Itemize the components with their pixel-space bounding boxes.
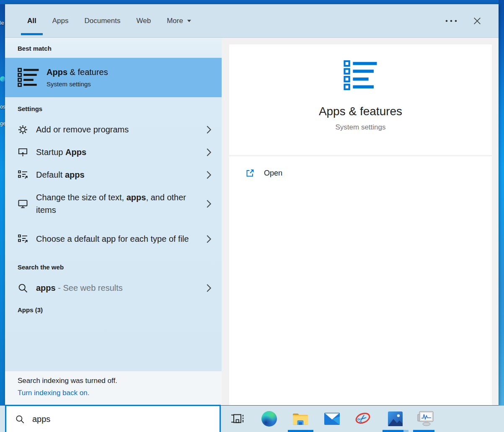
taskbar-task-view-icon[interactable] [230, 410, 246, 427]
tab-apps[interactable]: Apps [44, 4, 77, 37]
result-label: Choose a default app for each type of fi… [36, 233, 206, 245]
settings-heading: Settings [5, 97, 222, 118]
tab-documents[interactable]: Documents [76, 4, 128, 37]
desktop-wallpaper-right [499, 0, 504, 406]
indexing-status-text: Search indexing was turned off. [18, 377, 222, 385]
taskbar-search-box[interactable] [5, 405, 221, 432]
web-search-item[interactable]: apps - See web results [5, 277, 222, 299]
search-input[interactable] [32, 414, 208, 424]
running-indicator-photos-secondary [403, 430, 408, 432]
default-apps-icon [18, 170, 28, 180]
tab-more[interactable]: More [159, 4, 199, 37]
screen: leosge AllAppsDocumentsWebMore Best matc… [0, 0, 504, 432]
preview-card: Apps & features System settings Open [229, 44, 492, 405]
indexing-status: Search indexing was turned off. Turn ind… [5, 371, 222, 405]
turn-indexing-on-link[interactable]: Turn indexing back on. [18, 389, 222, 397]
chevron-right-icon [206, 199, 212, 208]
search-the-web-heading: Search the web [5, 256, 222, 277]
result-label: Change the size of text, apps, and other… [36, 191, 206, 216]
startup-icon [18, 147, 28, 158]
search-icon [18, 283, 28, 293]
taskbar-performance-monitor-icon[interactable] [417, 410, 434, 427]
result-label: Startup Apps [36, 146, 206, 158]
settings-result-row[interactable]: Startup Apps [5, 141, 222, 163]
active-tab-indicator [21, 33, 43, 35]
tab-label: Documents [84, 17, 120, 25]
display-icon [18, 199, 28, 209]
result-label: Add or remove programs [36, 123, 206, 136]
best-match-item[interactable]: Apps & features System settings [5, 58, 222, 97]
desktop-wallpaper-top [0, 0, 504, 4]
open-label: Open [264, 169, 282, 178]
result-label: Default apps [36, 168, 206, 181]
taskbar-file-explorer-icon[interactable] [292, 410, 309, 427]
close-icon[interactable] [473, 16, 482, 26]
settings-result-row[interactable]: Add or remove programs [5, 118, 222, 141]
tab-bar-actions [445, 4, 499, 37]
running-indicator-performance-monitor [413, 430, 434, 432]
tab-web[interactable]: Web [128, 4, 159, 37]
best-match-subtitle: System settings [47, 80, 108, 88]
desktop-icon-label-fragment: le [0, 20, 5, 26]
gear-icon [18, 124, 28, 135]
apps-group-heading: Apps (3) [5, 299, 222, 319]
caret-down-icon [187, 19, 191, 23]
default-apps-icon [18, 234, 28, 244]
taskbar-edge-icon[interactable] [261, 410, 277, 427]
snipping-tool-logo: ✂ [354, 410, 371, 427]
preview-panel: Apps & features System settings Open [222, 38, 499, 405]
search-icon [15, 414, 25, 424]
desktop-icon-label-fragment: ge [0, 121, 5, 127]
chevron-right-icon [206, 148, 212, 157]
desktop-icon-label-fragment: os [0, 104, 5, 110]
chevron-right-icon [206, 125, 212, 134]
settings-result-row[interactable]: Choose a default app for each type of fi… [5, 221, 222, 256]
apps-features-icon-large [344, 57, 378, 94]
open-external-icon [245, 168, 255, 178]
preview-title: Apps & features [229, 105, 492, 118]
running-indicator-photos [383, 430, 403, 432]
tab-label: More [167, 17, 183, 25]
settings-result-row[interactable]: Change the size of text, apps, and other… [5, 186, 222, 221]
web-search-label: apps - See web results [36, 282, 206, 294]
tab-label: All [27, 17, 36, 25]
taskbar-snipping-tool-icon[interactable]: ✂ [354, 410, 371, 427]
more-options-icon[interactable] [445, 19, 457, 23]
tab-label: Web [136, 17, 151, 25]
chevron-right-icon [206, 284, 212, 292]
best-match-text: Apps & features System settings [47, 67, 108, 88]
tab-label: Apps [52, 17, 69, 25]
open-action[interactable]: Open [229, 156, 492, 178]
chevron-right-icon [206, 171, 212, 179]
search-flyout-window: AllAppsDocumentsWebMore Best match Apps … [5, 4, 499, 406]
preview-subtitle: System settings [229, 123, 492, 132]
apps-features-icon [18, 68, 39, 87]
search-tab-bar: AllAppsDocumentsWebMore [5, 4, 499, 38]
desktop-wallpaper-left [0, 0, 5, 406]
chevron-right-icon [206, 235, 212, 243]
running-indicator-file-explorer [288, 430, 313, 432]
settings-result-row[interactable]: Default apps [5, 163, 222, 186]
best-match-title: Apps & features [47, 67, 108, 77]
best-match-heading: Best match [5, 38, 222, 58]
taskbar-mail-icon[interactable] [323, 410, 340, 427]
results-panel: Best match Apps & features System settin… [5, 38, 222, 405]
tab-all[interactable]: All [19, 4, 44, 37]
edge-logo [261, 411, 277, 427]
taskbar-photos-icon[interactable] [387, 410, 403, 427]
